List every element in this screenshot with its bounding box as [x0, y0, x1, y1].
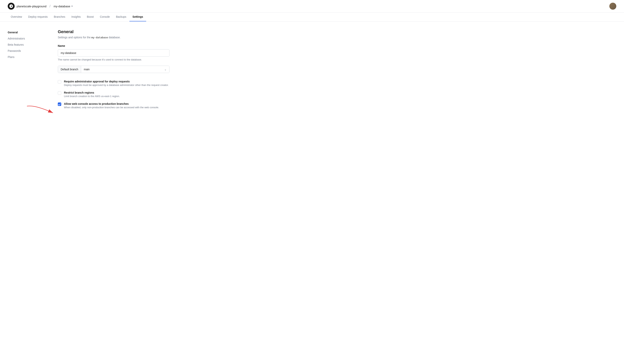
- logo-wrap: planetscale-playground: [8, 3, 46, 10]
- branch-selected-value: main: [84, 68, 90, 71]
- sidebar-item-beta-features[interactable]: Beta features: [8, 42, 46, 48]
- checkbox-require-approval: Require administrator approval for deplo…: [58, 80, 204, 86]
- default-branch-select[interactable]: Default branch main ⌄: [58, 66, 169, 73]
- nav-insights[interactable]: Insights: [68, 13, 84, 21]
- sidebar-item-plans[interactable]: Plans: [8, 54, 46, 60]
- header: planetscale-playground / my-database ▾: [0, 0, 624, 13]
- name-field-label: Name: [58, 44, 204, 47]
- planetscale-logo: [8, 3, 15, 10]
- checkbox-restrict-regions-input[interactable]: [58, 91, 61, 95]
- settings-content: General Settings and options for the my-…: [46, 29, 204, 109]
- checkbox-allow-console: Allow web console access to production b…: [58, 102, 204, 109]
- main-content: General Administrators Beta features Pas…: [0, 22, 212, 117]
- checkbox-section: Require administrator approval for deplo…: [58, 80, 204, 109]
- name-input[interactable]: [58, 49, 169, 57]
- page-subtitle: Settings and options for the my-database…: [58, 36, 204, 39]
- avatar[interactable]: [609, 3, 616, 10]
- avatar-image: [609, 3, 616, 10]
- nav-deploy-requests[interactable]: Deploy requests: [25, 13, 51, 21]
- sidebar-item-passwords[interactable]: Passwords: [8, 48, 46, 54]
- page-title: General: [58, 29, 204, 34]
- nav-overview[interactable]: Overview: [8, 13, 25, 21]
- org-name: planetscale-playground: [17, 5, 46, 8]
- db-name: my-database: [53, 5, 70, 8]
- nav-settings[interactable]: Settings: [130, 13, 146, 21]
- breadcrumb-separator: /: [50, 4, 51, 8]
- checkbox-allow-console-title: Allow web console access to production b…: [64, 102, 204, 105]
- checkbox-require-approval-desc: Deploy requests must be approved by a da…: [64, 84, 204, 86]
- branch-label: Default branch: [58, 66, 81, 73]
- checkbox-restrict-regions-desc: Limit branch creation to the AWS us-east…: [64, 95, 204, 98]
- checkbox-allow-console-input[interactable]: [58, 103, 61, 106]
- nav-console[interactable]: Console: [97, 13, 113, 21]
- sidebar-item-administrators[interactable]: Administrators: [8, 35, 46, 42]
- checkbox-allow-console-container: Allow web console access to production b…: [58, 102, 204, 109]
- checkbox-restrict-regions: Restrict branch regions Limit branch cre…: [58, 91, 204, 98]
- checkbox-allow-console-desc: When disabled, only non-production branc…: [64, 106, 204, 109]
- name-hint: The name cannot be changed because it's …: [58, 58, 204, 61]
- branch-value[interactable]: main ⌄: [81, 66, 169, 73]
- chevron-down-icon: ▾: [72, 5, 73, 7]
- checkbox-restrict-regions-title: Restrict branch regions: [64, 91, 204, 94]
- checkbox-require-approval-input[interactable]: [58, 80, 61, 84]
- nav-boost[interactable]: Boost: [84, 13, 97, 21]
- db-name-dropdown[interactable]: my-database ▾: [53, 5, 73, 8]
- sidebar-item-general[interactable]: General: [8, 29, 46, 35]
- branch-chevron-icon: ⌄: [164, 68, 167, 71]
- top-nav: Overview Deploy requests Branches Insigh…: [0, 13, 624, 22]
- checkbox-require-approval-title: Require administrator approval for deplo…: [64, 80, 204, 83]
- nav-backups[interactable]: Backups: [113, 13, 130, 21]
- nav-branches[interactable]: Branches: [51, 13, 68, 21]
- settings-sidebar: General Administrators Beta features Pas…: [8, 29, 46, 109]
